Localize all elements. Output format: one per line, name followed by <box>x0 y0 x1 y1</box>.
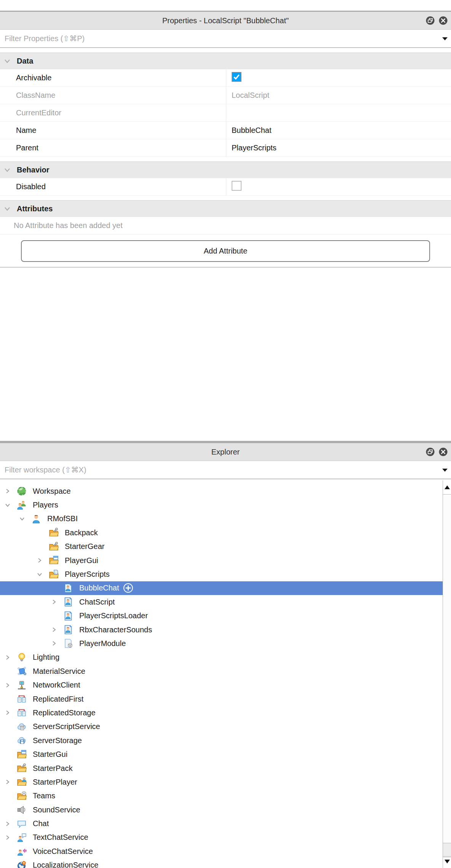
tree-item-networkclient[interactable]: NetworkClient <box>0 678 443 692</box>
properties-filter-input[interactable] <box>0 30 451 47</box>
tree-item-replicatedstorage[interactable]: ReplicatedStorage <box>0 706 443 720</box>
property-name: Parent <box>0 139 226 156</box>
tree-item-rmofsbi[interactable]: RMofSBI <box>0 512 443 526</box>
tree-item-label: ServerScriptService <box>33 722 100 731</box>
tree-item-playergui[interactable]: PlayerGui <box>0 554 443 567</box>
text-chat-icon <box>17 833 27 842</box>
folder-tool-icon <box>17 763 27 773</box>
properties-window-buttons <box>426 16 448 25</box>
tree-item-textchatservice[interactable]: TextChatService <box>0 831 443 844</box>
roblox-studio-panels: Properties - LocalScript "BubbleChat" Da… <box>0 0 451 868</box>
chevron-collapsed-icon[interactable] <box>3 834 17 841</box>
checkbox-unchecked-icon[interactable] <box>232 181 241 193</box>
explorer-panel: Explorer WorkspacePlayersRMofSBIBackpack… <box>0 441 451 868</box>
tree-item-startergear[interactable]: StarterGear <box>0 540 443 554</box>
scroll-up-button[interactable] <box>443 480 451 495</box>
tree-item-chatscript[interactable]: ChatScript <box>0 595 443 609</box>
chevron-expanded-icon[interactable] <box>35 571 49 578</box>
tree-item-players[interactable]: Players <box>0 498 443 512</box>
float-window-icon[interactable] <box>426 16 435 25</box>
section-gap <box>0 157 451 161</box>
explorer-panel-title: Explorer <box>211 448 240 456</box>
scroll-down-button[interactable] <box>443 857 451 868</box>
tree-item-serverscriptservice[interactable]: ServerScriptService <box>0 720 443 734</box>
tree-item-bubblechat[interactable]: BubbleChat <box>0 581 443 595</box>
property-value-archivable[interactable] <box>226 69 451 86</box>
top-spacer <box>0 0 451 11</box>
add-instance-plus-icon[interactable] <box>123 583 133 593</box>
tree-item-label: MaterialService <box>33 667 85 676</box>
tree-item-playerscriptsloader[interactable]: PlayerScriptsLoader <box>0 609 443 623</box>
tree-item-materialservice[interactable]: MaterialService <box>0 664 443 678</box>
explorer-window-buttons <box>426 448 448 456</box>
filter-dropdown-caret-icon[interactable] <box>442 469 448 472</box>
tree-item-playermodule[interactable]: PlayerModule <box>0 637 443 650</box>
tree-item-label: NetworkClient <box>33 681 80 689</box>
property-value-name[interactable]: BubbleChat <box>226 122 451 139</box>
tree-item-lighting[interactable]: Lighting <box>0 651 443 664</box>
chevron-down-icon <box>4 207 11 212</box>
explorer-filter-input[interactable] <box>0 461 451 479</box>
float-window-icon[interactable] <box>426 448 435 456</box>
chevron-collapsed-icon[interactable] <box>3 488 17 495</box>
chevron-collapsed-icon[interactable] <box>50 626 63 633</box>
folder-ball-icon <box>17 791 27 801</box>
scrollbar-thumb[interactable] <box>443 843 451 857</box>
tree-item-localizationservice[interactable]: LocalizationService <box>0 858 443 868</box>
tree-item-playerscripts[interactable]: PlayerScripts <box>0 567 443 581</box>
module-script-icon <box>63 638 73 648</box>
tree-item-teams[interactable]: Teams <box>0 789 443 803</box>
tree-item-startergui[interactable]: StarterGui <box>0 747 443 761</box>
tree-item-chat[interactable]: Chat <box>0 817 443 830</box>
tree-item-backpack[interactable]: Backpack <box>0 526 443 539</box>
section-header-attributes[interactable]: Attributes <box>0 200 451 217</box>
properties-titlebar[interactable]: Properties - LocalScript "BubbleChat" <box>0 11 451 30</box>
server-storage-icon <box>17 736 27 745</box>
chevron-expanded-icon[interactable] <box>18 515 31 522</box>
chevron-collapsed-icon[interactable] <box>3 709 17 716</box>
folder-gui-icon <box>17 750 27 760</box>
material-service-icon <box>17 666 27 676</box>
tree-item-voicechatservice[interactable]: VoiceChatService <box>0 844 443 858</box>
tree-item-label: Teams <box>33 791 55 800</box>
chevron-collapsed-icon[interactable] <box>35 557 49 564</box>
filter-dropdown-caret-icon[interactable] <box>442 37 448 40</box>
property-name: Archivable <box>0 69 226 86</box>
tree-item-workspace[interactable]: Workspace <box>0 484 443 498</box>
chevron-collapsed-icon[interactable] <box>50 598 63 605</box>
checkbox-checked-icon[interactable] <box>232 72 241 84</box>
property-value-parent[interactable]: PlayerScripts <box>226 139 451 156</box>
sound-service-icon <box>17 805 27 815</box>
folder-script-icon <box>49 570 59 579</box>
tree-item-serverstorage[interactable]: ServerStorage <box>0 734 443 747</box>
chevron-collapsed-icon[interactable] <box>3 779 17 785</box>
chevron-collapsed-icon[interactable] <box>3 654 17 661</box>
property-value-disabled[interactable] <box>226 178 451 195</box>
chevron-collapsed-icon[interactable] <box>3 820 17 827</box>
tree-item-label: RbxCharacterSounds <box>79 625 152 634</box>
tree-item-starterplayer[interactable]: StarterPlayer <box>0 775 443 789</box>
attributes-empty-message: No Attribute has been added yet <box>0 217 451 235</box>
chevron-collapsed-icon[interactable] <box>3 682 17 689</box>
close-icon[interactable] <box>439 448 448 456</box>
chevron-collapsed-icon[interactable] <box>50 640 63 647</box>
tree-item-replicatedfirst[interactable]: ReplicatedFirst <box>0 692 443 706</box>
tree-item-rbxcharactersounds[interactable]: RbxCharacterSounds <box>0 623 443 637</box>
explorer-scrollbar[interactable] <box>443 480 451 868</box>
section-header-behavior[interactable]: Behavior <box>0 161 451 178</box>
chevron-expanded-icon[interactable] <box>3 502 17 509</box>
tree-item-soundservice[interactable]: SoundService <box>0 803 443 817</box>
section-header-data[interactable]: Data <box>0 53 451 69</box>
tree-item-starterpack[interactable]: StarterPack <box>0 761 443 775</box>
property-row-archivable: Archivable <box>0 69 451 87</box>
tree-item-label: ReplicatedFirst <box>33 695 83 704</box>
add-attribute-button[interactable]: Add Attribute <box>21 240 430 262</box>
network-client-icon <box>17 680 27 690</box>
section-label: Attributes <box>17 204 53 213</box>
explorer-titlebar[interactable]: Explorer <box>0 442 451 461</box>
property-row-classname: ClassNameLocalScript <box>0 87 451 104</box>
chat-bubble-icon <box>17 819 27 829</box>
close-icon[interactable] <box>439 16 448 25</box>
replicated-icon <box>17 694 27 704</box>
local-script-icon <box>63 597 73 607</box>
